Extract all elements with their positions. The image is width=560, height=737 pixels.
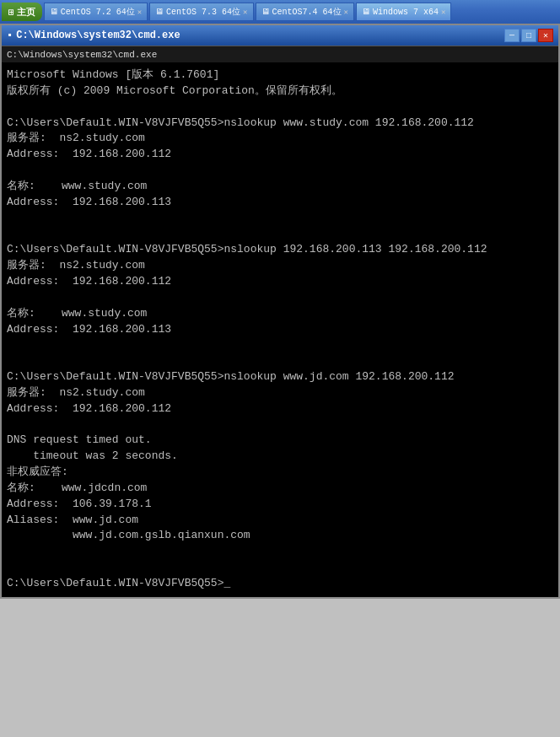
tab-centos72-icon: 🖥 (50, 7, 58, 17)
tab-centos73-close[interactable]: ✕ (243, 8, 247, 17)
close-button[interactable]: ✕ (538, 29, 553, 42)
tab-centos73[interactable]: 🖥 CentOS 7.3 64位 ✕ (149, 3, 253, 21)
windows-icon: ⊞ (8, 7, 14, 18)
address-text: C:\Windows\system32\cmd.exe (7, 50, 157, 60)
cmd-icon: ▪ (7, 30, 13, 41)
console-output: Microsoft Windows [版本 6.1.7601] 版权所有 (c)… (2, 62, 558, 597)
start-label: 主页 (17, 6, 35, 19)
start-button[interactable]: ⊞ 主页 (2, 3, 42, 21)
tab-centos73-label: CentOS 7.3 64位 (166, 6, 240, 18)
tab-centos73-icon: 🖥 (155, 7, 164, 17)
taskbar: ⊞ 主页 🖥 CentOS 7.2 64位 ✕ 🖥 CentOS 7.3 64位… (0, 0, 560, 24)
tab-centos74-label: CentOS7.4 64位 (272, 6, 342, 18)
tab-centos72[interactable]: 🖥 CentOS 7.2 64位 ✕ (44, 3, 148, 21)
cmd-window: ▪ C:\Windows\system32\cmd.exe ─ □ ✕ C:\W… (0, 24, 560, 599)
title-bar-controls: ─ □ ✕ (504, 29, 553, 42)
maximize-button[interactable]: □ (521, 29, 536, 42)
title-bar-left: ▪ C:\Windows\system32\cmd.exe (7, 30, 180, 41)
taskbar-bar: ⊞ 主页 🖥 CentOS 7.2 64位 ✕ 🖥 CentOS 7.3 64位… (0, 0, 560, 24)
tab-centos72-label: CentOS 7.2 64位 (61, 6, 135, 18)
minimize-button[interactable]: ─ (504, 29, 520, 42)
tab-centos74[interactable]: 🖥 CentOS7.4 64位 ✕ (256, 3, 354, 21)
tab-centos74-close[interactable]: ✕ (344, 8, 348, 17)
tab-win7[interactable]: 🖥 Windows 7 x64 ✕ (356, 3, 451, 21)
title-bar: ▪ C:\Windows\system32\cmd.exe ─ □ ✕ (2, 25, 558, 46)
tab-centos74-icon: 🖥 (261, 7, 270, 17)
tab-win7-icon: 🖥 (362, 7, 370, 17)
tab-win7-close[interactable]: ✕ (441, 8, 445, 17)
window-wrap: ▪ C:\Windows\system32\cmd.exe ─ □ ✕ C:\W… (0, 24, 560, 599)
address-bar: C:\Windows\system32\cmd.exe (2, 46, 558, 62)
tab-centos72-close[interactable]: ✕ (137, 8, 142, 17)
window-title: C:\Windows\system32\cmd.exe (16, 30, 180, 41)
tab-win7-label: Windows 7 x64 (373, 8, 439, 17)
